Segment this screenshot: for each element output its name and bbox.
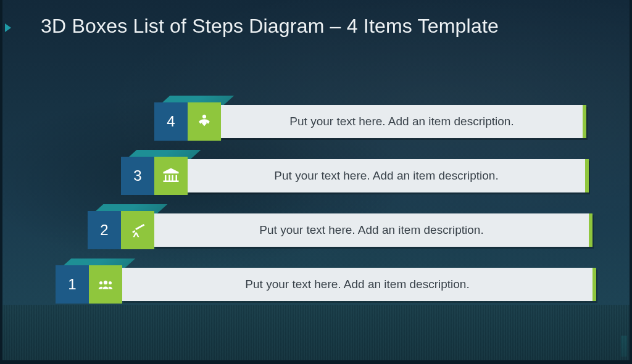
step-2-number: 2 xyxy=(88,211,121,249)
step-3-cube: 3 xyxy=(121,157,188,204)
slide: 3D Boxes List of Steps Diagram – 4 Items… xyxy=(0,0,632,364)
step-4-description: Put your text here. Add an item descript… xyxy=(221,105,586,138)
step-1-description: Put your text here. Add an item descript… xyxy=(122,268,596,301)
step-2-cube: 2 xyxy=(88,211,154,258)
step-1-number: 1 xyxy=(56,265,89,304)
step-4-cube: 4 xyxy=(154,102,221,149)
step-3-number: 3 xyxy=(121,157,154,195)
bank-icon xyxy=(154,157,188,195)
steps-container: 4 Put your text here. Add an item descri… xyxy=(2,0,630,360)
step-2-description: Put your text here. Add an item descript… xyxy=(154,213,592,247)
step-4-number: 4 xyxy=(154,102,188,141)
step-1-cube: 1 xyxy=(56,265,122,312)
people-icon xyxy=(89,265,122,304)
care-icon xyxy=(188,102,221,141)
step-3-description: Put your text here. Add an item descript… xyxy=(188,159,589,192)
telescope-icon xyxy=(121,211,154,249)
